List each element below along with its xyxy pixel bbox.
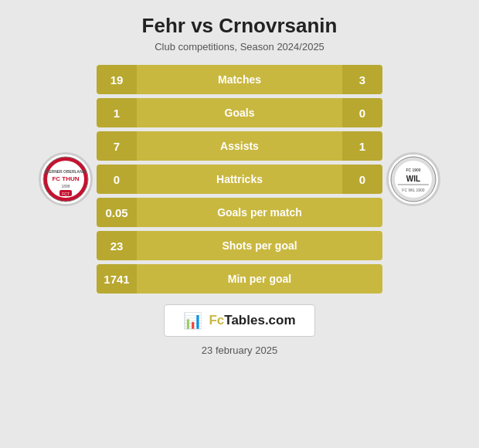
svg-text:FC WIL 1900: FC WIL 1900 <box>402 188 424 192</box>
stat-label-matches: Matches <box>137 65 342 94</box>
stat-label-min-per-goal: Min per goal <box>137 264 382 294</box>
stat-left-goals: 1 <box>97 98 137 127</box>
svg-text:FC 1900: FC 1900 <box>406 168 420 172</box>
stat-right-assists: 1 <box>342 131 382 161</box>
stat-right-hattricks: 0 <box>342 165 382 194</box>
stat-label-goals: Goals <box>137 98 342 127</box>
stat-left-matches: 19 <box>97 65 137 94</box>
stat-label-hattricks: Hattricks <box>137 165 342 194</box>
stat-row-matches: 19 Matches 3 <box>97 65 382 94</box>
left-team-logo: BERNER OBERLAND FC THUN 1898 FCT <box>35 152 97 206</box>
stat-row-goals-per-match: 0.05 Goals per match <box>97 198 382 227</box>
svg-text:BERNER OBERLAND: BERNER OBERLAND <box>46 169 86 174</box>
fc-wil-badge: FC 1900 WIL FC WIL 1900 <box>386 152 440 206</box>
stat-label-shots-per-goal: Shots per goal <box>137 231 382 260</box>
stat-left-shots-per-goal: 23 <box>97 231 137 260</box>
right-team-logo: FC 1900 WIL FC WIL 1900 <box>382 152 444 206</box>
stat-right-goals: 0 <box>342 98 382 127</box>
chart-icon: 📊 <box>183 311 202 330</box>
svg-text:WIL: WIL <box>406 175 420 183</box>
stat-left-hattricks: 0 <box>97 165 137 194</box>
svg-text:FC THUN: FC THUN <box>52 175 79 182</box>
stat-row-hattricks: 0 Hattricks 0 <box>97 165 382 194</box>
stat-label-assists: Assists <box>137 131 342 161</box>
stat-row-assists: 7 Assists 1 <box>97 131 382 161</box>
stats-area: 19 Matches 3 1 Goals 0 7 Assists 1 0 Hat… <box>97 65 382 294</box>
svg-text:FCT: FCT <box>62 192 70 196</box>
svg-text:1898: 1898 <box>61 184 70 188</box>
date-footer: 23 february 2025 <box>202 344 277 356</box>
stat-label-goals-per-match: Goals per match <box>137 198 382 227</box>
stat-row-shots-per-goal: 23 Shots per goal <box>97 231 382 260</box>
main-content: BERNER OBERLAND FC THUN 1898 FCT 19 Matc… <box>8 65 471 294</box>
stat-left-min-per-goal: 1741 <box>97 264 137 294</box>
stat-right-matches: 3 <box>342 65 382 94</box>
fctables-banner: 📊 FcTables.com <box>164 304 314 337</box>
page-title: Fehr vs Crnovrsanin <box>142 14 338 38</box>
page-wrapper: Fehr vs Crnovrsanin Club competitions, S… <box>0 0 479 448</box>
page-subtitle: Club competitions, Season 2024/2025 <box>155 41 324 53</box>
stat-row-min-per-goal: 1741 Min per goal <box>97 264 382 294</box>
stat-left-goals-per-match: 0.05 <box>97 198 137 227</box>
brand-fc: Fc <box>209 313 224 328</box>
brand-text: FcTables.com <box>209 313 295 328</box>
fc-thun-badge: BERNER OBERLAND FC THUN 1898 FCT <box>39 152 93 206</box>
stat-left-assists: 7 <box>97 131 137 161</box>
stat-row-goals: 1 Goals 0 <box>97 98 382 127</box>
